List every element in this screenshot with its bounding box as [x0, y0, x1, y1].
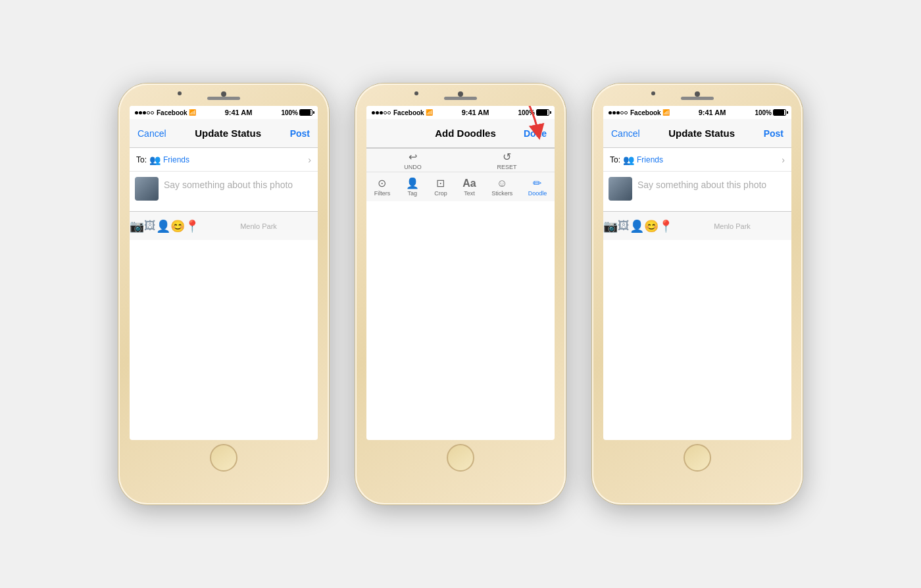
status-left-2: Facebook 📶 — [372, 109, 433, 116]
location-label-1: Menlo Park — [199, 222, 318, 230]
doodle-label-2: Doodle — [528, 190, 547, 197]
crop-button-2[interactable]: ⊡ Crop — [434, 177, 447, 197]
signal-dot-3-5 — [624, 111, 628, 114]
screen-3: Facebook 📶 9:41 AM 100% Cancel Update St… — [603, 106, 791, 440]
camera-dot-2 — [458, 91, 463, 97]
caption-input-3[interactable]: Say something about this photo — [637, 177, 786, 206]
location-label-3: Menlo Park — [673, 222, 791, 230]
home-button-2[interactable] — [447, 444, 474, 472]
phone-top-bar-3 — [592, 84, 803, 106]
status-left-1: Facebook 📶 — [135, 109, 196, 116]
home-button-3[interactable] — [684, 444, 711, 472]
cancel-button-3[interactable]: Cancel — [611, 128, 640, 139]
signal-dots-3 — [609, 111, 628, 114]
tag-button-2[interactable]: 👤 Tag — [406, 177, 419, 197]
post-button-1[interactable]: Post — [290, 128, 310, 139]
signal-dot-3-4 — [620, 111, 624, 114]
text-label-2: Text — [464, 190, 475, 197]
tag-toolbar-icon-1[interactable]: 👤 — [156, 219, 170, 233]
wifi-icon-2: 📶 — [426, 109, 433, 116]
arrow-doodle-2 — [502, 106, 548, 142]
audience-to-label-1: To: — [136, 155, 147, 164]
signal-dot-5 — [151, 111, 154, 114]
audience-row-3[interactable]: To: 👥 Friends › — [603, 148, 791, 172]
tag-toolbar-icon-3[interactable]: 👤 — [630, 219, 644, 233]
status-bar-1: Facebook 📶 9:41 AM 100% — [130, 106, 318, 119]
gallery-toolbar-icon-1[interactable]: 🖼 — [144, 219, 156, 233]
cancel-button-1[interactable]: Cancel — [137, 128, 166, 139]
text-button-2[interactable]: Aa Text — [462, 178, 476, 197]
battery-fill-1 — [300, 110, 311, 115]
signal-dot-3 — [143, 111, 146, 114]
signal-dot-2-4 — [384, 111, 387, 114]
phones-container: Facebook 📶 9:41 AM 100% Cancel Update St… — [118, 84, 803, 504]
signal-dot-3-1 — [609, 111, 612, 114]
audience-friends-1: Friends — [163, 155, 189, 164]
camera-dot-1 — [221, 91, 226, 97]
friends-icon-3: 👥 — [623, 155, 634, 165]
camera-toolbar-icon-3[interactable]: 📷 — [603, 219, 618, 233]
battery-icon-3 — [773, 109, 786, 116]
caption-input-1[interactable]: Say something about this photo — [164, 177, 312, 206]
audience-to-label-3: To: — [610, 155, 620, 164]
nav-bar-3: Cancel Update Status Post — [603, 119, 791, 148]
emoji-toolbar-icon-1[interactable]: 😊 — [170, 219, 185, 233]
location-toolbar-icon-3[interactable]: 📍 — [659, 219, 673, 233]
emoji-toolbar-icon-3[interactable]: 😊 — [644, 219, 659, 233]
doodle-icon-2: ✏ — [533, 177, 541, 189]
doodle-tools-row-2: ⊙ Filters 👤 Tag ⊡ Crop Aa Text — [366, 172, 555, 201]
filters-button-2[interactable]: ⊙ Filters — [374, 177, 391, 197]
audience-chevron-1: › — [308, 155, 311, 165]
camera-toolbar-icon-1[interactable]: 📷 — [130, 219, 144, 233]
phone-2: Facebook 📶 9:41 AM 100% Add Doodles Done — [355, 84, 566, 504]
undo-reset-row-2: ↩ UNDO ↺ RESET — [366, 149, 555, 172]
signal-dots-2 — [372, 111, 391, 114]
home-button-1[interactable] — [210, 444, 237, 472]
phone-3: Facebook 📶 9:41 AM 100% Cancel Update St… — [592, 84, 803, 504]
stickers-icon-2: ☺ — [497, 178, 507, 189]
undo-label-2: UNDO — [404, 164, 422, 170]
signal-dot-3-3 — [616, 111, 620, 114]
carrier-name-3: Facebook — [630, 109, 661, 116]
status-bar-3: Facebook 📶 9:41 AM 100% — [603, 106, 791, 119]
text-icon-2: Aa — [462, 178, 476, 189]
front-camera-icon-3 — [651, 91, 655, 95]
bottom-toolbar-3: 📷 🖼 👤 😊 📍 Menlo Park — [603, 211, 791, 240]
audience-friends-3: Friends — [637, 155, 663, 164]
nav-title-1: Update Status — [195, 128, 261, 139]
avatar-img-3 — [609, 177, 632, 201]
signal-dot-2-1 — [372, 111, 375, 114]
caption-area-1: Say something about this photo — [130, 172, 318, 211]
time-2: 9:41 AM — [462, 109, 489, 116]
wifi-icon-3: 📶 — [662, 109, 670, 116]
undo-icon-2: ↩ — [409, 151, 417, 163]
wifi-icon-1: 📶 — [189, 109, 196, 116]
status-left-3: Facebook 📶 — [609, 109, 670, 116]
stickers-button-2[interactable]: ☺ Stickers — [491, 178, 512, 197]
avatar-img-1 — [135, 177, 159, 201]
time-1: 9:41 AM — [225, 109, 253, 116]
audience-row-1[interactable]: To: 👥 Friends › — [130, 148, 318, 172]
status-right-3: 100% — [755, 109, 786, 116]
tag-label-2: Tag — [407, 190, 417, 197]
friends-icon-1: 👥 — [149, 155, 161, 165]
post-button-3[interactable]: Post — [764, 128, 784, 139]
carrier-name-2: Facebook — [393, 109, 424, 116]
battery-fill-3 — [774, 110, 784, 115]
crop-label-2: Crop — [434, 190, 447, 197]
reset-icon-2: ↺ — [503, 151, 511, 163]
doodle-button-2[interactable]: ✏ Doodle — [528, 177, 547, 197]
battery-icon-1 — [299, 109, 312, 116]
speaker-2 — [444, 97, 477, 100]
undo-button-2[interactable]: ↩ UNDO — [404, 151, 422, 170]
crop-icon-2: ⊡ — [436, 177, 445, 189]
status-right-1: 100% — [281, 109, 312, 116]
battery-label-3: 100% — [755, 109, 772, 116]
reset-label-2: RESET — [497, 164, 517, 170]
signal-dot-2-5 — [387, 111, 391, 114]
location-toolbar-icon-1[interactable]: 📍 — [185, 219, 199, 233]
bottom-toolbar-1: 📷 🖼 👤 😊 📍 Menlo Park — [130, 211, 318, 240]
reset-button-2[interactable]: ↺ RESET — [497, 151, 517, 170]
nav-title-3: Update Status — [668, 128, 735, 139]
gallery-toolbar-icon-3[interactable]: 🖼 — [618, 219, 630, 233]
